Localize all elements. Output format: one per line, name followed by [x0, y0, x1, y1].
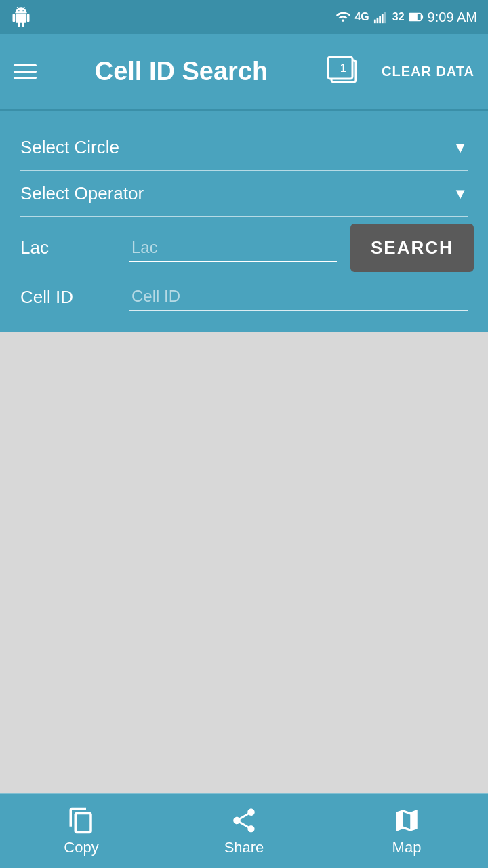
- battery-icon: [409, 12, 424, 22]
- lac-input-row: Lac: [20, 234, 337, 262]
- clear-data-button[interactable]: CLEAR DATA: [382, 64, 474, 79]
- map-label: Map: [392, 839, 422, 856]
- nav-copy-button[interactable]: Copy: [0, 806, 163, 856]
- cell-id-input-row: Cell ID: [20, 276, 468, 311]
- copy-icon: [67, 806, 96, 835]
- nav-map-button[interactable]: Map: [325, 806, 488, 856]
- operator-dropdown-arrow-icon: ▼: [453, 185, 468, 203]
- lac-input[interactable]: [129, 234, 337, 262]
- bottom-nav: Copy Share Map: [0, 793, 488, 868]
- menu-button[interactable]: [14, 64, 37, 79]
- app-bar: Cell ID Search 1 CLEAR DATA: [0, 34, 488, 108]
- android-icon: [11, 7, 31, 27]
- circle-dropdown-arrow-icon: ▼: [453, 139, 468, 157]
- battery-level: 32: [392, 11, 405, 23]
- svg-rect-3: [382, 14, 384, 23]
- network-type: 4G: [354, 11, 369, 23]
- layers-icon: 1: [326, 54, 361, 89]
- status-bar: 4G 32 9:09 AM: [0, 0, 488, 34]
- svg-rect-1: [376, 18, 378, 23]
- copy-label: Copy: [64, 839, 98, 856]
- time: 9:09 AM: [428, 9, 477, 25]
- search-button[interactable]: SEARCH: [350, 224, 474, 272]
- cell-id-input[interactable]: [129, 283, 468, 311]
- select-operator-dropdown[interactable]: Select Operator ▼: [20, 171, 468, 217]
- signal-icon: [373, 9, 388, 24]
- form-area: Select Circle ▼ Select Operator ▼ Lac SE…: [0, 111, 488, 332]
- results-area: [0, 332, 488, 851]
- nav-share-button[interactable]: Share: [163, 806, 325, 856]
- select-operator-label: Select Operator: [20, 183, 144, 204]
- share-label: Share: [224, 839, 264, 856]
- svg-rect-7: [409, 14, 418, 20]
- badge-button[interactable]: 1: [326, 54, 361, 89]
- status-bar-left: [11, 7, 31, 27]
- svg-text:1: 1: [340, 62, 346, 74]
- cell-id-label: Cell ID: [20, 287, 129, 308]
- lac-label: Lac: [20, 237, 129, 258]
- svg-rect-2: [379, 16, 381, 23]
- status-bar-icons: 4G 32 9:09 AM: [336, 9, 477, 25]
- wifi-icon: [336, 9, 350, 24]
- svg-rect-6: [421, 15, 423, 19]
- app-title: Cell ID Search: [50, 57, 312, 86]
- share-icon: [230, 806, 258, 835]
- select-circle-label: Select Circle: [20, 137, 119, 158]
- select-circle-dropdown[interactable]: Select Circle ▼: [20, 125, 468, 171]
- svg-rect-4: [384, 12, 386, 23]
- svg-rect-0: [374, 20, 376, 23]
- map-icon: [392, 806, 421, 835]
